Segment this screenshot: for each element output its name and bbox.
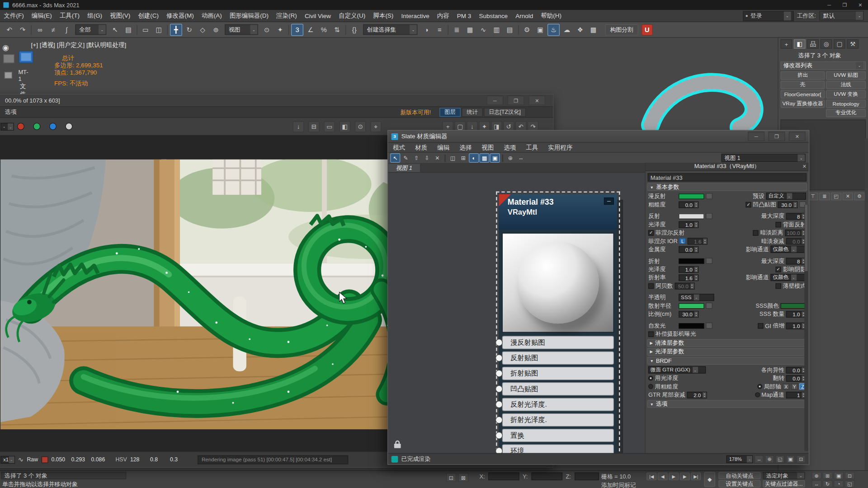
maximize-button[interactable]: ❐ bbox=[508, 96, 524, 105]
next-frame-icon[interactable]: ▶ bbox=[680, 473, 690, 480]
minimize-button[interactable]: ─ bbox=[748, 131, 764, 141]
rollout-options[interactable]: ▼ 选项 bbox=[647, 400, 807, 408]
zoom-extents-icon[interactable]: ▣ bbox=[786, 455, 795, 463]
select-by-name-icon[interactable]: ▤ bbox=[123, 23, 135, 36]
multiplier-spinner[interactable]: 1.0▴▾ bbox=[786, 322, 806, 329]
composition-split-button[interactable]: 构图分割 bbox=[605, 24, 638, 35]
show-background-icon[interactable]: ▦ bbox=[479, 153, 489, 163]
graph-zoom-dropdown[interactable]: 178% ⌄ bbox=[726, 455, 753, 463]
menu-item[interactable]: 内容 bbox=[433, 10, 453, 22]
rotation-spinner[interactable]: 0.0▴▾ bbox=[786, 375, 806, 382]
zoom-tool-icon[interactable]: ⊕ bbox=[505, 153, 515, 163]
menu-item[interactable]: 动画(A) bbox=[198, 10, 226, 22]
translucency-dropdown[interactable]: SSS⌄ bbox=[679, 294, 714, 301]
scatter-radius-swatch[interactable] bbox=[679, 303, 704, 308]
workspace-dropdown[interactable]: 默认 ⌄ bbox=[819, 11, 863, 20]
ribbon-icon[interactable]: ▦ bbox=[464, 23, 476, 36]
percent-snap-icon[interactable]: % bbox=[318, 23, 330, 36]
material-preview[interactable] bbox=[502, 233, 614, 333]
play-icon[interactable]: ▶ bbox=[669, 473, 679, 480]
diffuse-map-button[interactable] bbox=[706, 193, 712, 199]
brdf-type-dropdown[interactable]: 微面 GTR (GGX)⌄ bbox=[648, 366, 706, 374]
toolbar-separator[interactable] bbox=[448, 24, 448, 34]
menu-item[interactable]: 编辑(E) bbox=[28, 10, 56, 22]
self-illum-map-button[interactable] bbox=[706, 323, 712, 328]
slate-menu-item[interactable]: 工具 bbox=[521, 143, 543, 151]
view-selector-dropdown[interactable]: 视图 1 ⌄ bbox=[722, 154, 806, 162]
prev-frame-icon[interactable]: ◀ bbox=[658, 473, 668, 480]
go-end-icon[interactable]: ▶| bbox=[691, 473, 701, 480]
abbe-checkbox[interactable] bbox=[648, 283, 654, 288]
minimize-button[interactable]: ─ bbox=[821, 0, 837, 10]
preset-dropdown[interactable]: 自定义⌄ bbox=[766, 192, 806, 200]
maximize-button[interactable]: ❐ bbox=[769, 131, 785, 141]
slate-menu-item[interactable]: 模式 bbox=[388, 143, 410, 151]
qr-icon[interactable]: ▩ bbox=[587, 23, 599, 36]
bind-spacewarp-icon[interactable]: ∫ bbox=[60, 23, 72, 36]
pick-material-icon[interactable]: ✎ bbox=[401, 153, 411, 163]
x-coordinate-field[interactable] bbox=[488, 473, 519, 480]
toolbar-separator[interactable] bbox=[444, 154, 445, 162]
refract-color-swatch[interactable] bbox=[679, 258, 704, 263]
select-object-icon[interactable]: ↖ bbox=[109, 23, 121, 36]
maximize-button[interactable]: ❐ bbox=[837, 0, 852, 10]
anisotropy-spinner[interactable]: 0.0▴▾ bbox=[786, 366, 806, 373]
node-graph-area[interactable]: Material #33 VRayMtl ─ 漫反射贴图反射贴图折射贴图凹凸贴图… bbox=[388, 173, 646, 453]
axis-x-button[interactable]: X bbox=[783, 384, 789, 389]
slate-titlebar[interactable]: 3 Slate 材质编辑器 ─ ❐ ✕ bbox=[388, 131, 809, 143]
node-slot[interactable]: 漫反射贴图 bbox=[502, 336, 614, 349]
region-render-icon[interactable]: ▭ bbox=[324, 121, 335, 132]
gtr-tail-spinner[interactable]: 2.0▴▾ bbox=[687, 391, 707, 398]
rollout-sheen-parameters[interactable]: ▶ 光泽层参数 bbox=[647, 348, 807, 356]
mirror-icon[interactable]: ◑ bbox=[420, 23, 432, 36]
slate-menu-item[interactable]: 实用程序 bbox=[543, 143, 577, 151]
undo-icon[interactable]: ↶ bbox=[3, 23, 15, 36]
vfb-titlebar[interactable]: 00.0% of 1073 x 603] ─ ❐ ✕ bbox=[0, 94, 553, 107]
red-channel-toggle[interactable] bbox=[17, 123, 24, 130]
node-slot[interactable]: 置换 bbox=[502, 429, 614, 442]
pan-tool-icon[interactable]: ↔ bbox=[755, 455, 764, 463]
menu-item[interactable]: 工具(T) bbox=[56, 10, 83, 22]
y-coordinate-field[interactable] bbox=[532, 473, 563, 480]
named-selection-sets-dropdown[interactable]: 创建选择集 ⌄ bbox=[363, 24, 417, 35]
rect-selection-icon[interactable]: ▭ bbox=[140, 23, 152, 36]
align-icon[interactable]: ≡ bbox=[434, 23, 446, 36]
toolbar-separator[interactable] bbox=[288, 24, 289, 34]
mono-channel-toggle[interactable] bbox=[65, 123, 72, 130]
bump-spinner[interactable]: 30.0▴▾ bbox=[778, 201, 797, 208]
ior-spinner[interactable]: 1.6▴▾ bbox=[679, 274, 698, 281]
rendered-frame-icon[interactable]: ▣ bbox=[534, 23, 547, 36]
material-name-field[interactable]: Material #33 bbox=[648, 173, 807, 181]
view-tab[interactable]: 视图 1 bbox=[388, 164, 420, 172]
refract-glossiness-spinner[interactable]: 1.0▴▾ bbox=[679, 266, 698, 272]
zoom-extents-icon[interactable]: ▣ bbox=[834, 472, 844, 479]
zoom-icon[interactable]: ⊕ bbox=[811, 472, 821, 479]
diffuse-color-swatch[interactable] bbox=[679, 193, 704, 199]
spinner-snap-icon[interactable]: ⇅ bbox=[331, 23, 343, 36]
local-axis-radio[interactable] bbox=[757, 384, 762, 389]
pan-tool-icon[interactable]: ↔ bbox=[516, 153, 526, 163]
fresnel-ior-lock-button[interactable]: L bbox=[679, 238, 686, 244]
menu-item[interactable]: 组(G) bbox=[84, 10, 106, 22]
pivot-center-icon[interactable]: ⊙ bbox=[261, 23, 273, 36]
use-roughness-radio[interactable] bbox=[648, 384, 653, 389]
make-unique-icon[interactable]: ◰ bbox=[831, 192, 841, 200]
bump-checkbox[interactable]: ✓ bbox=[745, 202, 751, 207]
map-channel-radio[interactable] bbox=[755, 392, 760, 397]
menu-item[interactable]: Substance bbox=[475, 10, 512, 22]
create-tab-icon[interactable]: + bbox=[781, 39, 793, 49]
scale-spinner[interactable]: 30.0▴▾ bbox=[679, 311, 698, 318]
motion-tab-icon[interactable]: ◎ bbox=[821, 39, 832, 49]
key-filters-button[interactable]: 关键点过滤器... bbox=[763, 480, 805, 488]
sss-color-swatch[interactable] bbox=[781, 303, 806, 308]
toolbar-separator[interactable] bbox=[502, 154, 503, 162]
angle-snap-icon[interactable]: ∠ bbox=[304, 23, 316, 36]
rotate-icon[interactable]: ↻ bbox=[183, 23, 195, 36]
viewport-selected-model[interactable] bbox=[637, 70, 775, 131]
configure-modifier-sets-icon[interactable]: ⚙ bbox=[854, 192, 864, 200]
node-slot[interactable]: 折射贴图 bbox=[502, 367, 614, 380]
menu-item[interactable]: 创建(C) bbox=[134, 10, 163, 22]
show-thumbnails-icon[interactable]: ▣ bbox=[490, 153, 500, 163]
rollout-coat-parameters[interactable]: ▶ 清漆层参数 bbox=[647, 339, 807, 347]
reflect-color-swatch[interactable] bbox=[679, 213, 704, 219]
